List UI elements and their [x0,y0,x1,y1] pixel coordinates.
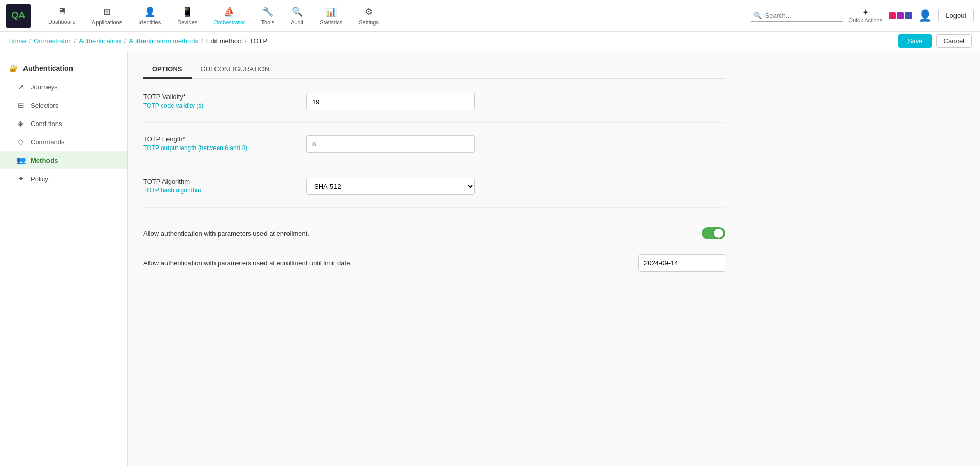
statistics-nav-icon: 📊 [325,6,337,17]
form-label-col-totp-validity: TOTP Validity* TOTP code validity (s) [143,93,296,109]
sidebar-selectors-label: Selectors [31,102,58,109]
policy-icon: ✦ [16,174,26,183]
selectors-icon: ⊟ [16,101,26,110]
breadcrumb-actions: Save Cancel [898,34,972,48]
sidebar-item-methods[interactable]: 👥 Methods [0,151,127,169]
allow-enrollment-label: Allow authentication with parameters use… [143,230,309,237]
search-input[interactable] [765,12,826,19]
form: TOTP Validity* TOTP code validity (s) TO… [143,93,725,279]
nav-item-dashboard[interactable]: 🖥Dashboard [41,2,83,29]
breadcrumb-auth-methods[interactable]: Authentication methods [129,37,198,45]
color-dot-blue [905,12,912,19]
form-row-allow-enrollment: Allow authentication with parameters use… [143,220,725,247]
breadcrumb-sep-4: / [201,37,203,45]
breadcrumb-sep-2: / [74,37,76,45]
nav-right: 🔍 ✦ Quick Actions 👤 Logout [751,8,974,23]
devices-nav-icon: 📱 [182,6,193,17]
logo: QA [6,4,31,28]
dashboard-nav-label: Dashboard [48,19,76,25]
sidebar-conditions-label: Conditions [31,120,62,128]
nav-item-tools[interactable]: 🔧Tools [254,2,281,30]
breadcrumb-sep-1: / [29,37,31,45]
breadcrumb-edit-method: Edit method [206,37,242,45]
totp-validity-input[interactable] [306,93,475,110]
tools-nav-icon: 🔧 [262,6,273,17]
nav-item-applications[interactable]: ⊞Applications [85,2,129,30]
orchestrator-nav-icon: ⛵ [224,6,235,17]
sidebar-item-policy[interactable]: ✦ Policy [0,169,127,188]
search-icon: 🔍 [754,12,762,19]
statistics-nav-label: Statistics [320,19,342,26]
nav-item-statistics[interactable]: 📊Statistics [313,2,349,30]
toggle-slider [702,227,725,239]
allow-enrollment-toggle[interactable] [702,227,725,239]
form-row-totp-validity: TOTP Validity* TOTP code validity (s) [143,93,725,110]
form-section-totp-validity: TOTP Validity* TOTP code validity (s) [143,93,725,123]
breadcrumb-sep-3: / [124,37,126,45]
tab-options[interactable]: OPTIONS [143,61,192,79]
form-row-totp-length: TOTP Length* TOTP output length (between… [143,135,725,153]
authentication-icon: 🔐 [9,64,18,72]
form-section-totp-algorithm: TOTP Algorithm TOTP hash algorithm SHA-1… [143,178,725,208]
top-nav: QA 🖥Dashboard⊞Applications👤Identities📱De… [0,0,980,32]
sidebar-section-authentication[interactable]: 🔐 Authentication [0,59,127,78]
main-layout: 🔐 Authentication ↗ Journeys ⊟ Selectors … [0,51,980,466]
user-avatar-icon[interactable]: 👤 [918,9,932,22]
commands-icon: ◇ [16,137,26,146]
totp-algorithm-select[interactable]: SHA-1 SHA-256 SHA-512 [306,178,475,195]
search-box[interactable]: 🔍 [751,10,843,22]
totp-validity-label: TOTP Validity* [143,93,296,101]
tools-nav-label: Tools [261,19,274,26]
color-dot-purple [897,12,904,19]
dashboard-nav-icon: 🖥 [57,6,66,17]
logo-text: QA [12,10,26,21]
breadcrumb-left: Home / Orchestrator / Authentication / A… [8,37,267,45]
enrollment-until-date-input[interactable] [638,254,725,272]
tabs: OPTIONS GUI CONFIGURATION [143,61,725,79]
audit-nav-icon: 🔍 [292,6,303,17]
sidebar-journeys-label: Journeys [31,83,58,91]
sidebar-item-conditions[interactable]: ◈ Conditions [0,114,127,133]
nav-item-devices[interactable]: 📱Devices [170,2,204,30]
sidebar-item-journeys[interactable]: ↗ Journeys [0,78,127,96]
methods-icon: 👥 [16,156,26,165]
settings-nav-label: Settings [358,19,379,26]
settings-nav-icon: ⚙ [365,6,373,17]
cancel-button[interactable]: Cancel [936,34,972,48]
logout-button[interactable]: Logout [938,9,974,22]
nav-item-audit[interactable]: 🔍Audit [283,2,310,30]
audit-nav-label: Audit [291,19,303,26]
sidebar-item-selectors[interactable]: ⊟ Selectors [0,96,127,114]
sidebar: 🔐 Authentication ↗ Journeys ⊟ Selectors … [0,51,128,466]
color-dot-pink [889,12,896,19]
form-label-col-totp-algorithm: TOTP Algorithm TOTP hash algorithm [143,178,296,194]
sidebar-policy-label: Policy [31,175,49,183]
sidebar-commands-label: Commands [31,138,64,146]
form-section-totp-length: TOTP Length* TOTP output length (between… [143,135,725,165]
form-row-totp-algorithm: TOTP Algorithm TOTP hash algorithm SHA-1… [143,178,725,195]
totp-validity-hint: TOTP code validity (s) [143,102,296,109]
applications-nav-icon: ⊞ [103,6,111,17]
main-content: OPTIONS GUI CONFIGURATION TOTP Validity*… [128,51,980,466]
totp-length-hint: TOTP output length (between 6 and 8) [143,144,296,152]
nav-item-settings[interactable]: ⚙Settings [351,2,386,30]
main-inner: OPTIONS GUI CONFIGURATION TOTP Validity*… [128,51,740,289]
color-dots [889,12,912,19]
totp-length-input[interactable] [306,135,475,153]
breadcrumb-home[interactable]: Home [8,37,26,45]
form-label-col-totp-length: TOTP Length* TOTP output length (between… [143,135,296,152]
sidebar-section-label: Authentication [23,64,73,72]
nav-item-orchestrator[interactable]: ⛵Orchestrator [206,2,252,30]
breadcrumb-orchestrator[interactable]: Orchestrator [34,37,70,45]
nav-item-identities[interactable]: 👤Identities [131,2,168,30]
breadcrumb-authentication[interactable]: Authentication [79,37,121,45]
tab-gui-configuration[interactable]: GUI CONFIGURATION [192,61,279,79]
form-row-allow-enrollment-until: Allow authentication with parameters use… [143,247,725,279]
breadcrumb-sep-5: / [245,37,247,45]
breadcrumb: Home / Orchestrator / Authentication / A… [0,32,980,51]
sidebar-methods-label: Methods [31,157,58,164]
save-button[interactable]: Save [898,34,932,48]
quick-actions-label: Quick Actions [849,17,883,23]
sidebar-item-commands[interactable]: ◇ Commands [0,133,127,151]
applications-nav-label: Applications [92,19,122,26]
